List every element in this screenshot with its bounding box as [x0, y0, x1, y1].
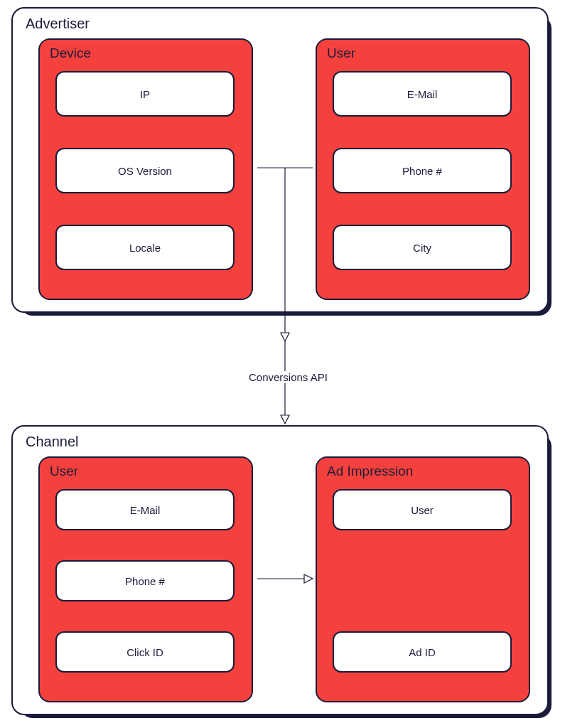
conversions-api-label: Conversions API: [246, 371, 330, 383]
adv-user-city: City: [333, 225, 512, 270]
adv-user-phone-text: Phone #: [402, 165, 442, 177]
advertiser-label: Advertiser: [26, 16, 90, 32]
ch-user-phone-text: Phone #: [125, 575, 165, 587]
ch-user-email: E-Mail: [55, 489, 235, 530]
ch-user-email-text: E-Mail: [130, 504, 161, 516]
ad-impression-label: Ad Impression: [327, 464, 413, 479]
ch-user-clickid: Click ID: [55, 631, 235, 673]
channel-user-label: User: [50, 464, 78, 479]
adv-user-email: E-Mail: [333, 71, 512, 117]
adv-user-email-text: E-Mail: [407, 88, 438, 100]
adimp-adid-text: Ad ID: [409, 646, 436, 658]
device-item-os: OS Version: [55, 148, 235, 193]
channel-label: Channel: [26, 434, 79, 450]
device-item-ip: IP: [55, 71, 235, 117]
advertiser-user-group: User E-Mail Phone # City: [316, 38, 530, 300]
ch-user-phone: Phone #: [55, 560, 235, 601]
svg-marker-2: [281, 333, 289, 341]
ch-user-clickid-text: Click ID: [127, 646, 163, 658]
device-label: Device: [50, 46, 91, 61]
adv-user-phone: Phone #: [333, 148, 512, 193]
device-item-ip-text: IP: [140, 88, 150, 100]
advertiser-container: Advertiser Device IP OS Version Locale U…: [11, 7, 549, 313]
device-item-locale-text: Locale: [129, 242, 161, 254]
ad-impression-group: Ad Impression User Ad ID: [316, 456, 530, 702]
device-item-locale: Locale: [55, 225, 235, 270]
adimp-adid: Ad ID: [333, 631, 512, 673]
svg-marker-4: [281, 415, 289, 424]
adimp-user-text: User: [411, 504, 434, 516]
adv-user-city-text: City: [413, 242, 431, 254]
device-item-os-text: OS Version: [118, 165, 172, 177]
advertiser-user-label: User: [327, 46, 355, 61]
adimp-user: User: [333, 489, 512, 530]
device-group: Device IP OS Version Locale: [38, 38, 253, 300]
channel-container: Channel User E-Mail Phone # Click ID Ad …: [11, 425, 549, 715]
channel-user-group: User E-Mail Phone # Click ID: [38, 456, 253, 702]
